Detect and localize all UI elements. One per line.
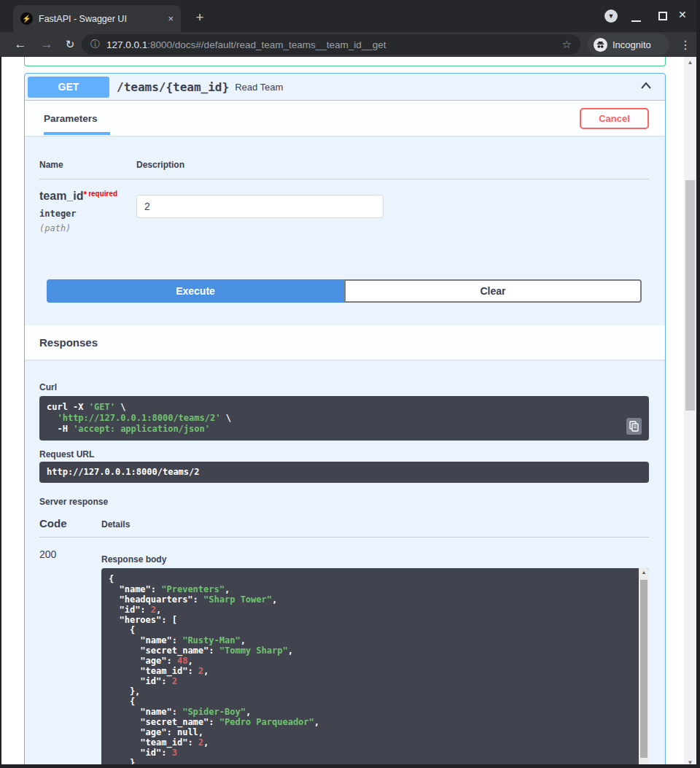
menu-kebab-icon[interactable]: ⋮ [675, 34, 696, 55]
url-host: 127.0.0.1 [106, 39, 147, 50]
status-code: 200 [39, 548, 101, 768]
bookmark-star-icon[interactable]: ☆ [562, 38, 572, 51]
name-column-header: Name [39, 160, 136, 170]
close-tab-icon[interactable]: × [168, 13, 174, 24]
endpoint-path: /teams/{team_id} [117, 80, 229, 94]
response-body-block: { "name": "Preventers", "headquarters": … [101, 568, 649, 768]
opblock-header[interactable]: GET /teams/{team_id} Read Team [25, 74, 665, 101]
execute-button[interactable]: Execute [47, 279, 344, 303]
copy-to-clipboard-button[interactable] [626, 418, 642, 435]
page-scrollbar[interactable]: ▲ ▼ [684, 57, 696, 768]
responses-title: Responses [39, 336, 98, 349]
url-path: :8000/docs#/default/read_team_teams__tea… [147, 39, 386, 50]
lightning-bolt-icon: ⚡ [22, 15, 31, 23]
response-body-label: Response body [101, 554, 649, 565]
parameter-row: team_id*required integer (path) [39, 179, 649, 233]
previous-opblock-bottom-edge [24, 57, 666, 66]
method-badge: GET [28, 77, 109, 98]
parameter-description-cell [136, 190, 649, 233]
incognito-icon [594, 38, 607, 52]
address-bar[interactable]: ⓘ 127.0.0.1:8000/docs#/default/read_team… [82, 34, 580, 55]
curl-label: Curl [39, 382, 649, 392]
page-scrollbar-thumb[interactable] [685, 180, 695, 411]
incognito-label: Incognito [612, 39, 651, 50]
forward-button[interactable]: → [36, 32, 57, 57]
fastapi-favicon-icon: ⚡ [20, 12, 33, 25]
back-button[interactable]: ← [10, 32, 31, 57]
parameters-table: Name Description team_id*required intege… [25, 136, 665, 233]
execute-wrapper: Execute Clear [47, 279, 642, 303]
tab-search-button[interactable]: ▼ [604, 9, 618, 23]
window-edge-left [0, 57, 1, 768]
tab-title: FastAPI - Swagger UI [39, 14, 163, 24]
parameters-tab-header: Parameters Cancel [25, 101, 665, 136]
browser-tab[interactable]: ⚡ FastAPI - Swagger UI × [13, 5, 181, 32]
request-url-block: http://127.0.0.1:8000/teams/2 [39, 462, 649, 483]
endpoint-summary: Read Team [235, 82, 283, 93]
parameter-location: (path) [39, 223, 136, 233]
url-text[interactable]: 127.0.0.1:8000/docs#/default/read_team_t… [106, 39, 562, 50]
server-response-table-headers: Code Details [39, 517, 649, 538]
clear-button[interactable]: Clear [344, 279, 642, 303]
new-tab-button[interactable]: + [190, 7, 210, 28]
get-opblock: GET /teams/{team_id} Read Team Parameter… [24, 73, 666, 768]
reload-button[interactable]: ↻ [60, 32, 80, 57]
responses-body: Curl curl -X 'GET' \ 'http://127.0.0.1:8… [25, 360, 665, 768]
window-edge-bottom [0, 764, 700, 768]
responses-section-header: Responses [25, 325, 665, 360]
required-asterisk: * [83, 190, 87, 200]
curl-command: curl -X 'GET' \ 'http://127.0.0.1:8000/t… [47, 402, 624, 435]
response-body-scrollbar[interactable]: ▲ [639, 568, 649, 768]
description-column-header: Description [136, 160, 649, 170]
tab-parameters[interactable]: Parameters [44, 102, 105, 135]
minimize-button[interactable] [631, 20, 641, 22]
tab-strip: ⚡ FastAPI - Swagger UI × + ▼ ✕ [0, 0, 700, 32]
cancel-button[interactable]: Cancel [580, 108, 649, 129]
window-close-button[interactable]: ✕ [678, 9, 687, 20]
window-edge-right [696, 0, 700, 768]
scroll-up-icon[interactable]: ▲ [639, 570, 649, 575]
parameter-name-cell: team_id*required integer (path) [39, 190, 136, 233]
server-response-row: 200 Response body { "name": "Preventers"… [39, 548, 649, 768]
team-id-input[interactable] [136, 195, 384, 218]
response-details-cell: Response body { "name": "Preventers", "h… [101, 548, 649, 768]
site-info-icon[interactable]: ⓘ [90, 38, 100, 51]
collapse-chevron-icon[interactable] [639, 78, 653, 96]
parameters-table-headers: Name Description [39, 160, 649, 179]
request-url-value: http://127.0.0.1:8000/teams/2 [47, 468, 642, 477]
parameter-type: integer [39, 209, 136, 219]
browser-window: ⚡ FastAPI - Swagger UI × + ▼ ✕ ← → ↻ ⓘ 1… [0, 0, 700, 768]
server-response-label: Server response [39, 497, 649, 507]
response-scrollbar-thumb[interactable] [640, 580, 648, 758]
page-scroll-up-icon[interactable]: ▲ [684, 59, 696, 66]
required-label: required [88, 190, 117, 198]
parameter-name: team_id*required [39, 190, 136, 203]
request-url-label: Request URL [39, 449, 649, 459]
incognito-badge: Incognito [588, 34, 669, 55]
maximize-button[interactable] [658, 12, 667, 20]
details-column-header: Details [101, 519, 649, 530]
curl-block: curl -X 'GET' \ 'http://127.0.0.1:8000/t… [39, 396, 649, 441]
response-body-json: { "name": "Preventers", "headquarters": … [101, 568, 649, 768]
code-column-header: Code [39, 517, 101, 530]
swagger-page: GET /teams/{team_id} Read Team Parameter… [0, 57, 682, 768]
browser-toolbar: ← → ↻ ⓘ 127.0.0.1:8000/docs#/default/rea… [0, 32, 700, 57]
